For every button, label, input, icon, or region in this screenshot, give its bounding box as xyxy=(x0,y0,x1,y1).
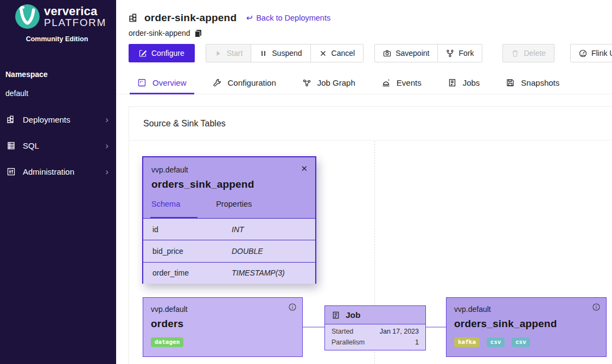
brand-name: ververica xyxy=(44,5,106,17)
sidebar: ververica PLATFORM Community Edition Nam… xyxy=(0,0,116,364)
wrench-icon xyxy=(213,78,222,87)
alarm-icon xyxy=(381,78,391,87)
edge-source-to-job xyxy=(303,327,324,328)
copy-icon[interactable] xyxy=(194,29,202,37)
sidebar-item-administration[interactable]: Administration › xyxy=(0,163,116,180)
column-name: id xyxy=(152,225,232,234)
table-lineage-diagram: vvp.default orders_sink_append ✕ Schema … xyxy=(129,141,612,364)
main-content: order-sink-append Back to Deployments or… xyxy=(116,0,612,364)
cancel-button[interactable]: Cancel xyxy=(311,44,364,62)
job-card[interactable]: Job Started Jan 17, 2023 Parallelism 1 xyxy=(324,305,426,350)
lifecycle-button-group: Start Suspend Cancel xyxy=(206,44,364,62)
fork-button[interactable]: Fork xyxy=(438,44,482,62)
camera-icon xyxy=(383,49,391,58)
job-detail-label: Parallelism xyxy=(331,339,365,346)
tab-overview[interactable]: Overview xyxy=(137,72,187,94)
job-detail-value: 1 xyxy=(415,339,419,346)
brand-subtitle: PLATFORM xyxy=(44,17,106,28)
pause-icon xyxy=(259,49,267,58)
column-type: DOUBLE xyxy=(232,247,263,256)
schema-row: bid_price DOUBLE xyxy=(143,240,315,261)
flink-ui-button[interactable]: Flink UI xyxy=(570,44,612,62)
return-arrow-icon xyxy=(245,14,253,22)
column-type: TIMESTAMP(3) xyxy=(232,269,285,277)
tab-label: Job Graph xyxy=(317,78,355,87)
suspend-button[interactable]: Suspend xyxy=(251,44,310,62)
ververica-logo-icon xyxy=(15,4,40,29)
job-detail-row: Parallelism 1 xyxy=(331,339,419,346)
job-card-title: Job xyxy=(346,310,361,320)
source-table-card[interactable]: vvp.default orders datagen xyxy=(143,297,303,357)
fork-icon xyxy=(446,49,454,58)
flink-ui-label: Flink UI xyxy=(591,49,612,58)
tab-bar: Overview Configuration Job Graph Eve xyxy=(116,72,612,94)
chevron-right-icon: › xyxy=(105,167,109,176)
deployment-subtitle: order-sink-append xyxy=(116,24,612,37)
sidebar-item-sql[interactable]: SQL › xyxy=(0,137,116,154)
column-type: INT xyxy=(232,225,244,234)
info-icon[interactable] xyxy=(289,303,296,311)
tab-events[interactable]: Events xyxy=(381,72,422,94)
tab-label: Snapshots xyxy=(521,78,559,87)
format-tag: csv xyxy=(487,337,505,347)
sidebar-item-label: Administration xyxy=(23,167,105,176)
tab-snapshots[interactable]: Snapshots xyxy=(506,72,559,94)
namespace-label: Namespace xyxy=(5,70,48,79)
tab-label: Events xyxy=(397,78,422,87)
savepoint-button-group: Savepoint Fork xyxy=(374,44,482,62)
popup-tab-properties[interactable]: Properties xyxy=(216,200,252,208)
jobs-icon xyxy=(448,78,457,87)
card-table-name: orders xyxy=(151,318,295,330)
deployment-name-text: order-sink-append xyxy=(129,29,190,37)
popup-header: vvp.default orders_sink_append ✕ Schema … xyxy=(143,157,315,219)
savepoint-label: Savepoint xyxy=(396,49,429,58)
sidebar-item-deployments[interactable]: Deployments › xyxy=(0,111,116,127)
delete-button[interactable]: Delete xyxy=(502,44,554,62)
schema-row: id INT xyxy=(143,219,315,240)
back-link-label: Back to Deployments xyxy=(256,14,330,22)
card-tags: kafka csv csv xyxy=(454,336,598,347)
connector-tag: kafka xyxy=(454,337,480,347)
configure-label: Configure xyxy=(151,49,184,58)
close-icon[interactable]: ✕ xyxy=(301,164,308,173)
x-icon xyxy=(319,49,327,58)
job-icon xyxy=(331,311,340,320)
job-card-body: Started Jan 17, 2023 Parallelism 1 xyxy=(325,324,425,346)
tab-configuration[interactable]: Configuration xyxy=(213,72,276,94)
savepoint-button[interactable]: Savepoint xyxy=(374,44,438,62)
popup-table-name: orders_sink_append xyxy=(151,178,307,190)
card-catalog: vvp.default xyxy=(151,305,295,314)
graph-icon xyxy=(302,78,311,87)
card-table-name: orders_sink_append xyxy=(454,318,598,330)
tab-job-graph[interactable]: Job Graph xyxy=(302,72,355,94)
tab-jobs[interactable]: Jobs xyxy=(448,72,480,94)
job-detail-label: Started xyxy=(331,328,353,335)
info-icon[interactable] xyxy=(592,303,600,311)
namespace-value[interactable]: default xyxy=(5,89,28,98)
play-icon xyxy=(214,49,222,58)
edit-icon xyxy=(139,49,147,58)
administration-icon xyxy=(7,167,16,176)
popup-tab-bar: Schema Properties xyxy=(151,200,307,208)
popup-tab-schema[interactable]: Schema xyxy=(151,200,180,208)
start-button[interactable]: Start xyxy=(206,44,252,62)
sink-table-card[interactable]: vvp.default orders_sink_append kafka csv… xyxy=(446,297,607,357)
configure-button[interactable]: Configure xyxy=(129,44,195,62)
job-detail-value: Jan 17, 2023 xyxy=(380,328,419,335)
overview-icon xyxy=(137,78,146,87)
deployments-icon xyxy=(7,115,16,124)
connector-tag: datagen xyxy=(151,337,183,347)
trash-icon xyxy=(511,49,519,58)
job-card-header: Job xyxy=(325,306,425,324)
delete-label: Delete xyxy=(524,49,545,58)
tab-label: Configuration xyxy=(228,78,276,87)
start-label: Start xyxy=(227,49,243,58)
card-catalog: vvp.default xyxy=(454,305,598,314)
edge-job-to-sink xyxy=(426,327,446,328)
action-toolbar: Configure Start Suspend Cancel xyxy=(129,44,612,62)
back-to-deployments-link[interactable]: Back to Deployments xyxy=(245,14,330,22)
format-tag: csv xyxy=(512,337,530,347)
chevron-right-icon: › xyxy=(105,115,109,124)
fork-label: Fork xyxy=(458,49,474,58)
sidebar-item-label: Deployments xyxy=(23,115,105,124)
